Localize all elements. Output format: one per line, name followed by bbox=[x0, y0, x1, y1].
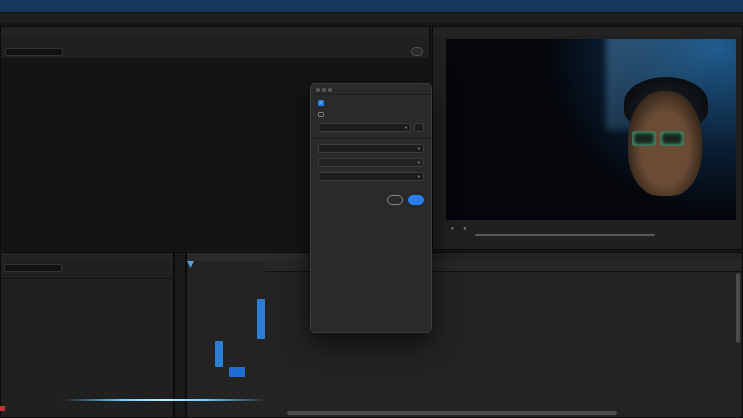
project-column-headers[interactable] bbox=[1, 274, 173, 279]
transcript-search-input[interactable] bbox=[5, 48, 63, 56]
record-dot bbox=[0, 406, 5, 411]
project-search-input[interactable] bbox=[4, 264, 62, 272]
timeline-vertical-scrollbar[interactable] bbox=[736, 273, 740, 343]
checkbox-create-from-transcript[interactable]: ✓ bbox=[318, 100, 424, 106]
macos-menu-bar bbox=[0, 0, 743, 12]
glasses-left-lens bbox=[632, 131, 656, 146]
style-select[interactable]: ▾ bbox=[318, 172, 424, 181]
chevron-down-icon: ▾ bbox=[418, 160, 420, 165]
transcript-subtab[interactable] bbox=[1, 36, 429, 45]
program-monitor-panel: ▾ ▾ bbox=[432, 26, 743, 250]
format-select[interactable]: ▾ bbox=[318, 144, 424, 153]
checkbox-create-blank-track[interactable] bbox=[318, 112, 424, 118]
transport-controls bbox=[433, 238, 743, 250]
timeline-horizontal-scrollbar[interactable] bbox=[287, 411, 617, 415]
zoom-level-select[interactable]: ▾ bbox=[451, 225, 454, 231]
monitor-controls: ▾ ▾ bbox=[433, 223, 743, 233]
window-controls[interactable] bbox=[316, 88, 332, 92]
transcript-toolbar bbox=[1, 45, 429, 58]
checkbox-unchecked-icon[interactable] bbox=[318, 112, 324, 118]
create-button[interactable] bbox=[408, 195, 424, 205]
chevron-down-icon: ▾ bbox=[418, 146, 420, 151]
track-target-bar[interactable] bbox=[257, 299, 265, 339]
preset-menu-button[interactable] bbox=[414, 123, 424, 132]
chevron-down-icon: ▾ bbox=[405, 125, 407, 130]
caption-preset-select[interactable]: ▾ bbox=[318, 123, 411, 132]
cancel-button[interactable] bbox=[387, 195, 403, 205]
playhead-marker[interactable] bbox=[187, 261, 194, 268]
stream-select: ▾ bbox=[318, 158, 424, 167]
glasses-right-lens bbox=[660, 131, 684, 146]
checkbox-checked-icon[interactable]: ✓ bbox=[318, 100, 324, 106]
track-button[interactable] bbox=[229, 367, 245, 377]
video-frame bbox=[446, 39, 736, 220]
source-patch-bar[interactable] bbox=[215, 341, 223, 367]
timeline-panel bbox=[186, 252, 743, 418]
text-panel-tabs bbox=[1, 27, 429, 36]
chevron-down-icon: ▾ bbox=[418, 174, 420, 179]
create-captions-button[interactable] bbox=[411, 47, 423, 56]
workspace-tab-bar bbox=[0, 13, 743, 23]
monitor-scrubber[interactable] bbox=[475, 234, 655, 236]
tools-panel bbox=[174, 252, 186, 418]
timeline-tab[interactable] bbox=[187, 253, 307, 261]
project-panel bbox=[0, 252, 174, 418]
playback-resolution-select[interactable]: ▾ bbox=[464, 225, 467, 231]
create-captions-dialog: ✓ ▾ ▾ ▾ ▾ bbox=[310, 83, 432, 333]
